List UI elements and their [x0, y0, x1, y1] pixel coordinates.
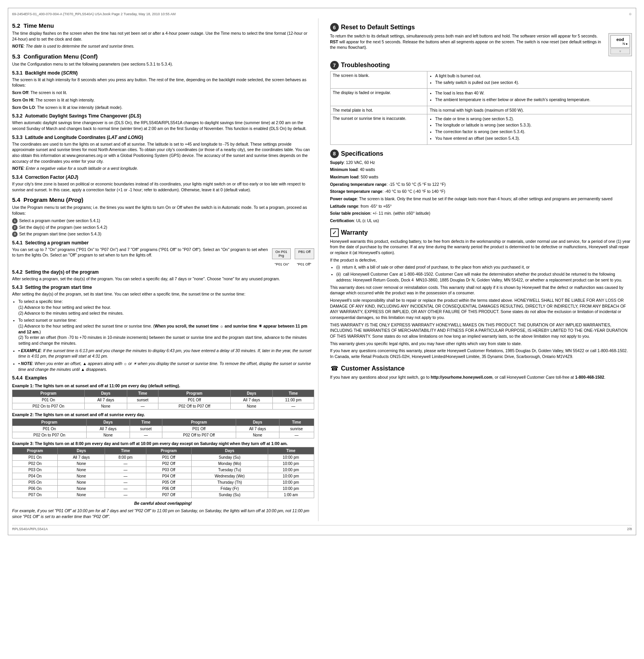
section-534-heading: 5.3.4 Correction Factor (ADJ) — [12, 175, 314, 180]
page-container: 69-2454EFS-01_400-070-004-A (TI070_RPLS5… — [8, 8, 636, 535]
reset-device-image: eod N ▸ ▿ — [608, 33, 632, 56]
warranty-header: ✓ Warranty — [330, 228, 632, 237]
warranty-icon: ✓ — [330, 228, 339, 237]
spec-power-outage: Power outage: The screen is blank. Only … — [330, 196, 632, 202]
section-543-list: To select a specific time:(1) Advance to… — [18, 299, 314, 372]
customer-title: Customer Assistance — [341, 365, 405, 372]
section-531-heading: 5.3.1 Backlight mode (SCRN) — [12, 70, 314, 76]
section-541-body: You can set up to 7 "On" programs ("P01 … — [12, 247, 269, 258]
section-544-heading: 5.4.4 Examples — [12, 375, 314, 381]
section-6-title: Reset to Default Settings — [341, 24, 415, 31]
step-1-icon: 1 — [12, 218, 18, 224]
section-8-title: Specifications — [341, 150, 383, 157]
warranty-list: (i) return it, with a bill of sale or ot… — [336, 264, 632, 283]
section-7-num: 7 — [330, 61, 339, 69]
section-532-heading: 5.3.2 Automatic Daylight Savings Time Ch… — [12, 113, 314, 119]
section-533-heading: 5.3.3 Latitude and Longitude Coordinates… — [12, 135, 314, 140]
example3-label: Example 3: The lights turn on at 8:00 pm… — [12, 441, 314, 447]
spec-op-temp: Operating temperature range: -15 °C to 5… — [330, 182, 632, 187]
scrn-off: Scrn Off: The screen is not lit. — [12, 90, 314, 96]
section-532-body: When automatic daylight savings time cha… — [12, 120, 314, 131]
example2-label: Example 2: The lights turn on at sunset … — [12, 412, 314, 418]
file-info: 69-2454EFS-01_400-070-004-A (TI070_RPLS5… — [12, 12, 176, 16]
overlap-note: Be careful about overlapping! — [12, 500, 314, 506]
left-column: 5.2 Time Menu The time display flashes o… — [12, 18, 318, 521]
spec-latitude: Latitude range: from -65° to +65° — [330, 203, 632, 209]
warranty-content: Honeywell warrants this product, excludi… — [330, 239, 632, 360]
warranty-if-defective: If the product is defective, — [330, 257, 632, 263]
section-8-header: 8 Specifications — [330, 150, 632, 158]
trouble-solutions-1: A light bulb is burned out. The safety s… — [427, 71, 632, 89]
section-54-heading: 5.4 Program Menu (Prog) — [12, 196, 314, 203]
example1-label: Example 1: The lights turn on at sunset … — [12, 383, 314, 389]
warranty-contact: If you have any questions concerning thi… — [330, 348, 632, 359]
warranty-title: Warranty — [341, 229, 368, 236]
device-labels: "P01 On""P01 Off" — [275, 262, 311, 266]
example3-table: ProgramDaysTimeProgramDaysTime P01 OnAll… — [12, 447, 314, 498]
section-533-note: NOTE: Enter a negative value for a south… — [12, 166, 314, 171]
customer-icon: ☎ — [330, 364, 339, 373]
trouble-problem-1: The screen is blank. — [330, 71, 427, 89]
trouble-solutions-3: This is normal with high loads (maximum … — [427, 106, 632, 114]
troubleshooting-table: The screen is blank. A light bulb is bur… — [330, 71, 632, 145]
trouble-problem-3: The metal plate is hot. — [330, 106, 427, 114]
section-534-body: If your city's time zone is based on pol… — [12, 181, 314, 192]
section-543-intro: After setting the day(s) of the program,… — [12, 291, 314, 297]
step-1-label: Select a program number (see section 5.4… — [19, 218, 100, 224]
warranty-disclaimer-1: This warranty does not cover removal or … — [330, 285, 632, 296]
device-on-box: On P01Prg — [272, 248, 291, 259]
footer-model: RPLS540A/RPLS541A — [12, 527, 48, 531]
section-6-content: To return the switch to its default sett… — [330, 33, 632, 56]
device-image-541: On P01Prg PB1 Off "P01 On""P01 Off" — [272, 247, 314, 266]
section-52-body: The time display flashes on the screen w… — [12, 30, 314, 42]
section-7-header: 7 Troubleshooting — [330, 61, 632, 69]
footer-bar: RPLS540A/RPLS541A 2/8 — [12, 525, 632, 531]
section-6-header: 6 Reset to Default Settings — [330, 23, 632, 32]
spec-supply: Supply: 120 VAC, 60 Hz — [330, 160, 632, 166]
footer-page: 2/8 — [627, 527, 632, 531]
section-7-title: Troubleshooting — [341, 62, 390, 69]
trouble-row-2: The display is faded or irregular. The l… — [330, 89, 632, 106]
section-543-heading: 5.4.3 Setting the program start time — [12, 285, 314, 290]
warranty-disclaimer-2: Honeywell's sole responsibility shall be… — [330, 297, 632, 321]
customer-header: ☎ Customer Assistance — [330, 364, 632, 373]
section-6-num: 6 — [330, 23, 339, 32]
warranty-disclaimer-3: THIS WARRANTY IS THE ONLY EXPRESS WARRAN… — [330, 322, 632, 339]
trouble-row-1: The screen is blank. A light bulb is bur… — [330, 71, 632, 89]
section-6-body: To return the switch to its default sett… — [330, 33, 603, 55]
warranty-intro: Honeywell warrants this product, excludi… — [330, 239, 632, 256]
section-542-heading: 5.4.2 Setting the day(s) of the program — [12, 269, 314, 275]
right-column: 6 Reset to Default Settings To return th… — [326, 18, 632, 521]
section-541-heading: 5.4.1 Selecting a program number — [12, 240, 314, 246]
specifications-content: Supply: 120 VAC, 60 Hz Minimum load: 40 … — [330, 160, 632, 224]
section-533-body: The coordinates are used to turn the lig… — [12, 141, 314, 164]
spec-max-load: Maximum load: 500 watts — [330, 174, 632, 180]
trouble-row-4: The sunset or sunrise time is inaccurate… — [330, 114, 632, 144]
section-52-note: NOTE: The date is used to determine the … — [12, 43, 314, 49]
section-52-heading: 5.2 Time Menu — [12, 22, 314, 29]
main-content: 5.2 Time Menu The time display flashes o… — [12, 18, 632, 521]
trouble-solutions-4: The date or time is wrong (see section 5… — [427, 114, 632, 144]
step-2-icon: 2 — [12, 225, 18, 230]
example1-table: ProgramDaysTimeProgramDaysTime P01 OnAll… — [12, 390, 314, 410]
scrn-on-hi: Scrn On HI: The screen is lit at high in… — [12, 97, 314, 103]
section-8-num: 8 — [330, 150, 339, 158]
trouble-problem-4: The sunset or sunrise time is inaccurate… — [330, 114, 427, 144]
example2-table: ProgramDaysTimeProgramDaysTime P01 OnAll… — [12, 419, 314, 438]
spec-stor-temp: Storage temperature range: -40 °C to 60 … — [330, 189, 632, 194]
spec-solar: Solar table precision: +/- 11 min. (with… — [330, 210, 632, 216]
section-53-heading: 5.3 Configuration Menu (Conf) — [12, 53, 314, 60]
step-3-icon: 3 — [12, 232, 18, 237]
device-off-box: PB1 Off — [295, 248, 314, 259]
trouble-solutions-2: The load is less than 40 W. The ambient … — [427, 89, 632, 106]
section-531-body: The screen is lit at high intensity for … — [12, 77, 314, 88]
section-54-body: Use the Program menu to set the programs… — [12, 205, 314, 216]
overlap-body: For example, if you set "P01 Off" at 10:… — [12, 508, 314, 519]
step-3-label: Set the program start time (see section … — [19, 231, 101, 237]
section-542-body: After selecting a program, set the day(s… — [12, 276, 314, 282]
spec-min-load: Minimum load: 40 watts — [330, 167, 632, 173]
spec-cert: Certification: UL (c UL us) — [330, 218, 632, 224]
step-2-label: Set the day(s) of the program (see secti… — [19, 224, 107, 230]
program-steps: 1 Select a program number (see section 5… — [12, 218, 314, 237]
customer-body: If you have any questions about your lig… — [330, 374, 632, 380]
